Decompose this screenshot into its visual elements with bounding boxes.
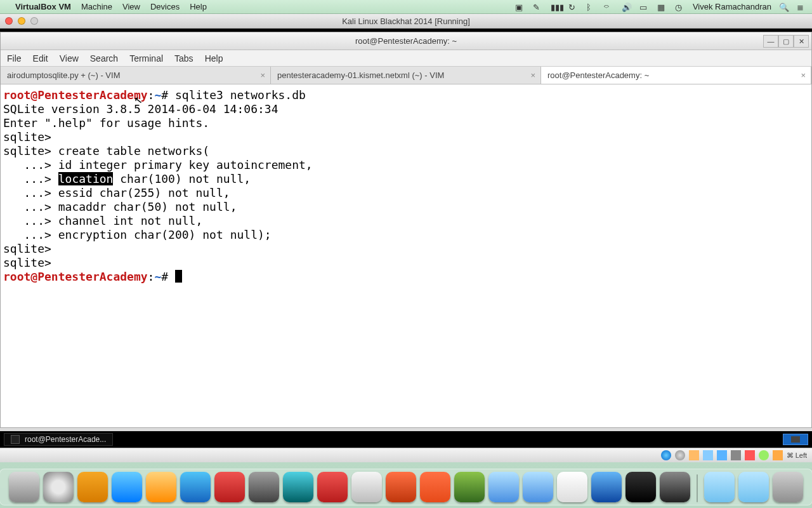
dock-chrome-icon[interactable] bbox=[557, 472, 587, 502]
dock-terminal2-icon[interactable] bbox=[625, 472, 656, 502]
dock-sysprefs-icon[interactable] bbox=[249, 472, 279, 502]
dock-virtualbox1-icon[interactable] bbox=[488, 472, 519, 502]
sql-line: macaddr char(50) not null, bbox=[58, 200, 237, 213]
taskbar-entry-terminal[interactable]: root@PentesterAcade... bbox=[4, 433, 113, 446]
evernote-icon[interactable]: ✎ bbox=[533, 3, 543, 11]
dock-powerpoint-icon[interactable] bbox=[317, 472, 348, 502]
dock-finder-icon[interactable] bbox=[9, 472, 39, 502]
zoom-button[interactable] bbox=[30, 17, 38, 25]
wifi-icon[interactable]: ⌔ bbox=[604, 3, 614, 11]
prompt-user: root@PentesterAcademy bbox=[3, 88, 148, 102]
user-name[interactable]: Vivek Ramachandran bbox=[693, 2, 771, 11]
cont-prompt: ...> bbox=[3, 228, 58, 241]
terminal-tab-2[interactable]: pentesteracademy-01.kismet.netxml (~) - … bbox=[271, 67, 541, 84]
dock-firefox-icon[interactable] bbox=[420, 472, 450, 502]
term-menu-help[interactable]: Help bbox=[205, 53, 223, 64]
cont-prompt: ...> bbox=[3, 214, 58, 227]
cont-prompt: ...> bbox=[3, 172, 58, 185]
prompt-suffix: # bbox=[161, 88, 175, 102]
kali-bottom-panel: root@PentesterAcade... bbox=[0, 431, 812, 448]
sql-line: channel int not null, bbox=[58, 214, 203, 227]
term-menu-view[interactable]: View bbox=[60, 53, 79, 64]
dock-utility-icon[interactable] bbox=[386, 472, 416, 502]
clock-icon[interactable]: ◷ bbox=[675, 3, 685, 11]
spotlight-icon[interactable]: 🔍 bbox=[779, 3, 789, 11]
close-button[interactable] bbox=[5, 17, 13, 25]
timemachine-icon[interactable]: ↻ bbox=[568, 3, 579, 11]
dock-virtualbox2-icon[interactable] bbox=[523, 472, 553, 502]
tab-label: airodumptosqlite.py + (~) - VIM bbox=[7, 70, 120, 80]
sql-line: char(100) not null, bbox=[113, 172, 251, 185]
close-tab-icon[interactable]: × bbox=[801, 70, 806, 80]
vb-mouse-icon[interactable] bbox=[759, 450, 769, 460]
dock-ibooks-icon[interactable] bbox=[146, 472, 176, 502]
dock-itunes-icon[interactable] bbox=[112, 472, 142, 502]
workspace-thumbnail[interactable] bbox=[783, 434, 808, 445]
tab-label: pentesteracademy-01.kismet.netxml (~) - … bbox=[277, 70, 444, 80]
dock-preview-icon[interactable] bbox=[351, 472, 382, 502]
menu-view[interactable]: View bbox=[122, 2, 140, 11]
display-icon[interactable]: ▭ bbox=[639, 3, 650, 11]
dock-folder2-icon[interactable] bbox=[738, 472, 769, 502]
dock-terminal-icon[interactable] bbox=[591, 472, 622, 502]
close-tab-icon[interactable]: × bbox=[530, 70, 535, 80]
terminal-tab-1[interactable]: airodumptosqlite.py + (~) - VIM × bbox=[1, 67, 271, 84]
sql-line: essid char(255) not null, bbox=[58, 186, 230, 199]
close-tab-icon[interactable]: × bbox=[260, 70, 265, 80]
output-line: Enter ".help" for usage hints. bbox=[3, 116, 209, 130]
terminal-title: root@PentesterAcademy: ~ bbox=[355, 36, 457, 46]
term-menu-search[interactable]: Search bbox=[90, 53, 118, 64]
sql-line: id integer primary key autoincrement, bbox=[58, 158, 313, 171]
date-icon[interactable]: ▦ bbox=[657, 3, 667, 11]
terminal-tabs: airodumptosqlite.py + (~) - VIM × pentes… bbox=[1, 67, 811, 84]
prompt-sep: : bbox=[148, 270, 155, 283]
term-menu-tabs[interactable]: Tabs bbox=[174, 53, 193, 64]
dock-launchpad-icon[interactable] bbox=[43, 472, 74, 502]
vb-optical-icon[interactable] bbox=[675, 450, 685, 460]
camera-icon[interactable]: ▣ bbox=[515, 3, 525, 11]
vb-display-icon[interactable] bbox=[731, 450, 741, 460]
dock-appstore-icon[interactable] bbox=[180, 472, 211, 502]
vb-network-icon[interactable] bbox=[689, 450, 699, 460]
active-app-name[interactable]: VirtualBox VM bbox=[15, 2, 71, 11]
term-menu-file[interactable]: File bbox=[7, 53, 22, 64]
terminal-tab-3[interactable]: root@PentesterAcademy: ~ × bbox=[541, 67, 811, 84]
cont-prompt: ...> bbox=[3, 158, 58, 171]
menu-machine[interactable]: Machine bbox=[81, 2, 112, 11]
terminal-titlebar[interactable]: root@PentesterAcademy: ~ — ▢ ✕ bbox=[1, 32, 811, 50]
terminal-menubar: File Edit View Search Terminal Tabs Help bbox=[1, 50, 811, 67]
terminal-body[interactable]: root@PentesterAcademy:~# sqlite3 network… bbox=[1, 84, 811, 427]
window-minimize-button[interactable]: — bbox=[763, 35, 778, 48]
minimize-button[interactable] bbox=[18, 17, 25, 25]
menu-devices[interactable]: Devices bbox=[150, 2, 180, 11]
term-menu-terminal[interactable]: Terminal bbox=[129, 53, 163, 64]
terminal-icon bbox=[11, 435, 20, 444]
menu-help[interactable]: Help bbox=[190, 2, 207, 11]
vb-shared-folder-icon[interactable] bbox=[717, 450, 727, 460]
notification-center-icon[interactable]: ≣ bbox=[797, 3, 807, 11]
dock-word-icon[interactable] bbox=[283, 472, 313, 502]
battery-icon[interactable]: ▮▮▮ bbox=[551, 3, 561, 11]
vb-keyboard-icon[interactable] bbox=[773, 450, 783, 460]
vb-usb-icon[interactable] bbox=[703, 450, 713, 460]
vm-title: Kali Linux Blackhat 2014 [Running] bbox=[342, 17, 470, 26]
dock-trash-icon[interactable] bbox=[773, 472, 803, 502]
dock-iphoto-icon[interactable] bbox=[214, 472, 245, 502]
taskbar-label: root@PentesterAcade... bbox=[25, 435, 106, 444]
window-maximize-button[interactable]: ▢ bbox=[778, 35, 794, 48]
volume-icon[interactable]: 🔊 bbox=[622, 3, 632, 11]
vm-titlebar[interactable]: Kali Linux Blackhat 2014 [Running] bbox=[0, 14, 812, 29]
dock bbox=[0, 469, 812, 505]
dock-generic-icon[interactable] bbox=[454, 472, 485, 502]
dock-folder1-icon[interactable] bbox=[704, 472, 735, 502]
sqlite-prompt: sqlite> bbox=[3, 242, 58, 255]
dock-activity-icon[interactable] bbox=[77, 472, 108, 502]
term-menu-edit[interactable]: Edit bbox=[33, 53, 48, 64]
window-thumb-icon bbox=[791, 436, 800, 443]
dock-imovie-icon[interactable] bbox=[660, 472, 690, 502]
bluetooth-icon[interactable]: ᛒ bbox=[586, 3, 596, 11]
vb-disk-icon[interactable] bbox=[661, 450, 671, 460]
terminal-cursor bbox=[175, 270, 182, 283]
window-close-button[interactable]: ✕ bbox=[794, 35, 809, 48]
vb-video-icon[interactable] bbox=[745, 450, 755, 460]
